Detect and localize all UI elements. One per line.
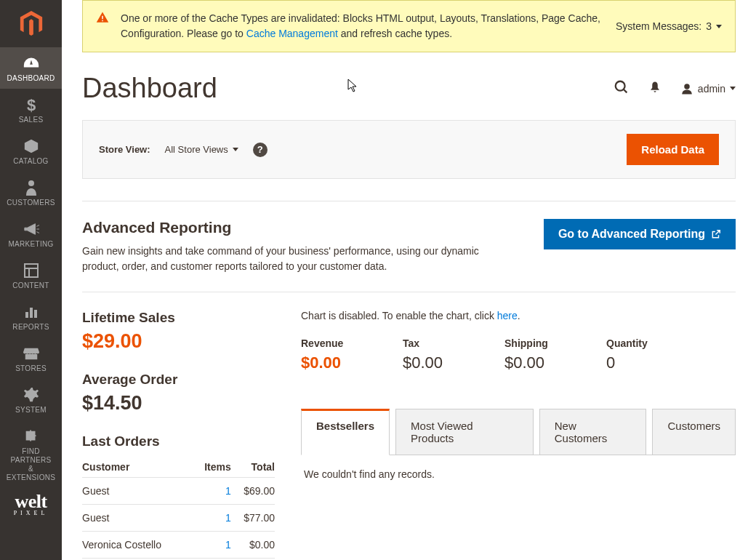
system-messages-toggle[interactable]: System Messages: 3 [616,11,722,41]
nav-sales[interactable]: $SALES [0,89,62,130]
svg-line-11 [624,89,627,93]
dashboard-tabs: BestsellersMost Viewed ProductsNew Custo… [301,409,736,455]
metric-value: $0.00 [301,353,374,372]
tab-content-empty: We couldn't find any records. [301,455,736,493]
svg-point-10 [616,81,625,91]
lifetime-sales-label: Lifetime Sales [82,310,275,326]
nav-find[interactable]: FIND PARTNERS& EXTENSIONS [0,420,62,488]
svg-rect-2 [25,264,38,277]
chevron-down-icon [730,87,736,90]
cell-items[interactable]: 1 [193,478,230,505]
enable-chart-link[interactable]: here [497,310,518,321]
cell-total: $0.00 [231,532,275,559]
store-view-label: Store View: [99,144,150,155]
advanced-reporting-button[interactable]: Go to Advanced Reporting [544,219,736,249]
metric-label: Revenue [301,337,374,349]
metric-value: $0.00 [504,353,577,372]
nav-dashboard[interactable]: DASHBOARD [0,47,62,89]
nav-label: REPORTS [12,323,49,332]
cell-customer: Guest [82,505,193,532]
nav-label: FIND PARTNERS& EXTENSIONS [3,447,59,482]
dollar-icon: $ [23,96,40,113]
bars-icon [23,303,40,321]
svg-rect-9 [102,20,103,22]
warning-icon [96,11,109,26]
svg-point-1 [28,180,34,186]
tab-bestsellers[interactable]: Bestsellers [301,409,390,455]
nav-stores[interactable]: STORES [0,337,62,379]
help-icon[interactable]: ? [253,143,268,157]
metric-value: 0 [606,353,679,372]
sidebar: DASHBOARD$SALESCATALOGCUSTOMERSMARKETING… [0,0,62,560]
nav-reports[interactable]: REPORTS [0,296,62,337]
nav-catalog[interactable]: CATALOG [0,130,62,172]
advanced-reporting-desc: Gain new insights and take command of yo… [82,244,504,274]
chevron-down-icon [716,25,722,28]
cell-items[interactable]: 1 [193,532,230,559]
metric-value: $0.00 [403,353,475,372]
col-customer: Customer [82,457,193,478]
store-view-select[interactable]: All Store Views [165,144,238,155]
chevron-down-icon [233,148,238,151]
store-view-bar: Store View: All Store Views ? Reload Dat… [82,120,736,179]
average-order-value: $14.50 [82,392,275,415]
svg-rect-5 [25,312,28,318]
admin-user-menu[interactable]: admin [680,82,736,95]
metric-label: Tax [403,337,475,349]
megaphone-icon [23,220,40,238]
search-icon[interactable] [614,79,630,97]
nav-customers[interactable]: CUSTOMERS [0,172,62,213]
svg-rect-6 [30,308,33,318]
nav-label: CONTENT [12,281,49,290]
tab-new-customers[interactable]: New Customers [539,409,647,455]
nav-label: CUSTOMERS [7,199,55,207]
page-title: Dashboard [82,73,217,104]
notifications-icon[interactable] [648,81,662,96]
external-link-icon [711,229,721,239]
nav-label: SALES [19,116,44,124]
cell-customer: Guest [82,478,193,505]
gauge-icon [23,55,40,72]
nav-label: MARKETING [8,240,53,249]
metric-quantity: Quantity0 [606,337,679,372]
metric-tax: Tax$0.00 [403,337,475,372]
col-items: Items [193,457,230,478]
store-icon [23,345,40,362]
magento-logo[interactable] [0,0,62,47]
nav-label: CATALOG [13,157,48,166]
system-message-bar: One or more of the Cache Types are inval… [82,0,736,52]
nav-label: SYSTEM [15,406,47,415]
system-message-text: One or more of the Cache Types are inval… [121,11,603,41]
cell-customer: Veronica Costello [82,532,193,559]
layout-icon [23,262,40,279]
tab-customers[interactable]: Customers [652,409,736,455]
gear-icon [23,386,40,404]
lifetime-sales-value: $29.00 [82,330,275,353]
puzzle-icon [23,428,40,445]
nav-content[interactable]: CONTENT [0,255,62,296]
last-orders-title: Last Orders [82,433,275,449]
average-order-label: Average Order [82,372,275,388]
svg-rect-8 [102,16,103,20]
table-row[interactable]: Veronica Costello1$0.00 [82,532,275,559]
last-orders-table: Customer Items Total Guest1$69.00Guest1$… [82,457,275,559]
cell-total: $69.00 [231,478,275,505]
metric-label: Quantity [606,337,679,349]
nav-label: DASHBOARD [7,74,55,83]
chart-disabled-note: Chart is disabled. To enable the chart, … [301,310,736,321]
cell-items[interactable]: 1 [193,505,230,532]
main-content: One or more of the Cache Types are inval… [62,0,756,560]
reload-data-button[interactable]: Reload Data [627,134,719,165]
cache-management-link[interactable]: Cache Management [246,28,338,39]
welt-pixel-logo: welt PIXEL [14,491,49,516]
box-icon [23,137,40,155]
table-row[interactable]: Guest1$69.00 [82,478,275,505]
nav-marketing[interactable]: MARKETING [0,213,62,255]
metric-label: Shipping [504,337,577,349]
col-total: Total [231,457,275,478]
nav-system[interactable]: SYSTEM [0,379,62,420]
table-row[interactable]: Guest1$77.00 [82,505,275,532]
svg-point-12 [684,84,690,89]
tab-most-viewed-products[interactable]: Most Viewed Products [395,409,534,455]
metric-revenue: Revenue$0.00 [301,337,374,372]
